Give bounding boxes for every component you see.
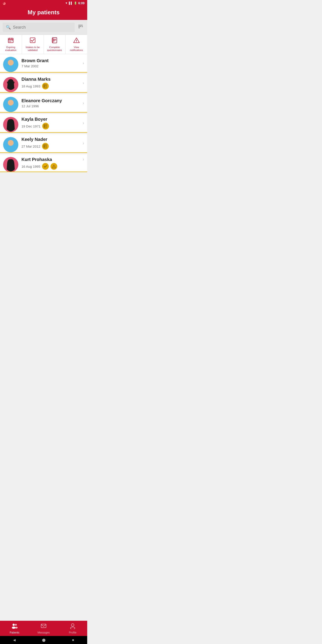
avatar (3, 157, 18, 172)
chevron-right-icon: › (83, 101, 84, 108)
intakes-button[interactable]: Intakes to bevalidated (22, 35, 44, 54)
patient-date-row: 12 Jul 1996 (22, 104, 83, 108)
svg-rect-15 (53, 39, 56, 39)
signal-icon: ▌▌ (69, 2, 73, 5)
patient-date-row: 19 Dec 1971 (22, 123, 83, 130)
svg-rect-0 (78, 25, 83, 26)
patient-name: Dianna Marks (22, 77, 83, 82)
svg-point-35 (6, 107, 16, 112)
svg-rect-9 (10, 40, 11, 41)
svg-rect-1 (78, 26, 82, 27)
status-bar: ◕ ▼ ▌▌ 🔋 6:09 (0, 0, 87, 6)
svg-rect-46 (44, 145, 46, 146)
svg-rect-31 (44, 86, 46, 86)
filter-row: Expiringevaluation Intakes to bevalidate… (0, 35, 87, 54)
avatar (3, 117, 18, 132)
svg-rect-48 (44, 147, 46, 147)
check-badge (42, 163, 49, 170)
expiring-evaluation-button[interactable]: Expiringevaluation (0, 35, 22, 54)
avatar (3, 77, 18, 92)
patient-dob: 19 Dec 1971 (22, 124, 40, 128)
svg-rect-12 (10, 41, 11, 42)
notifications-label: Viewnotifications (70, 46, 83, 52)
chevron-right-icon: › (83, 157, 84, 164)
questionnaire-label: Completequestionnaire (47, 46, 62, 52)
patient-name: Brown Grant (22, 58, 83, 63)
svg-point-22 (76, 42, 76, 42)
patient-dob: 27 Mar 2012 (22, 144, 40, 148)
patient-item[interactable]: Dianna Marks 18 Aug 1993 › (0, 74, 87, 93)
avatar (3, 97, 18, 112)
svg-point-26 (6, 67, 16, 72)
patient-dob: 18 Aug 1993 (22, 84, 40, 88)
questionnaire-button[interactable]: Completequestionnaire (44, 35, 66, 54)
chevron-right-icon: › (83, 61, 84, 68)
svg-rect-10 (12, 40, 12, 41)
patient-dob: 12 Jul 1996 (22, 104, 39, 108)
app-icon: ◕ (3, 1, 6, 5)
patient-name: Eleanore Gorczany (22, 98, 83, 103)
svg-rect-30 (44, 85, 46, 86)
svg-rect-21 (76, 40, 77, 41)
header: My patients (0, 6, 87, 20)
status-icons: ▼ ▌▌ 🔋 6:09 (65, 1, 84, 5)
svg-rect-2 (78, 28, 80, 28)
patient-dob: 7 Mar 2002 (22, 64, 38, 68)
patient-info: Kayla Boyer 19 Dec 1971 (22, 117, 83, 132)
calendar-icon (8, 37, 14, 45)
patient-name: Kayla Boyer (22, 117, 83, 122)
patient-list: Brown Grant 7 Mar 2002 › Dianna Marks 18… (0, 54, 87, 196)
patient-date-row: 18 Aug 1993 (22, 83, 83, 90)
patient-info: Brown Grant 7 Mar 2002 (22, 58, 83, 71)
status-time: 6:09 (78, 1, 84, 5)
checkmark-icon (30, 37, 36, 45)
sort-icon[interactable] (76, 22, 84, 32)
patient-name: Kurt Prohaska (22, 157, 83, 162)
intakes-label: Intakes to bevalidated (26, 46, 40, 52)
alert-badge (50, 163, 57, 170)
patient-info: Keely Nader 27 Mar 2012 (22, 137, 83, 152)
patient-date-row: 16 Aug 1995 (22, 163, 83, 170)
patient-name: Keely Nader (22, 137, 83, 142)
svg-rect-39 (44, 125, 46, 126)
chevron-right-icon: › (83, 81, 84, 88)
svg-point-25 (8, 60, 14, 66)
expiring-label: Expiringevaluation (5, 46, 16, 52)
svg-rect-16 (53, 40, 56, 40)
svg-point-34 (8, 100, 14, 106)
search-container: 🔍 (0, 20, 87, 35)
chevron-right-icon: › (83, 141, 84, 148)
patient-item[interactable]: Kurt Prohaska 16 Aug 1995 › (0, 154, 87, 172)
warning-icon (73, 37, 80, 45)
wifi-icon: ▼ (65, 2, 68, 5)
questionnaire-badge (42, 83, 49, 90)
svg-rect-11 (9, 41, 10, 42)
patient-info: Eleanore Gorczany 12 Jul 1996 (22, 98, 83, 111)
search-input[interactable] (13, 25, 72, 30)
questionnaire-icon (52, 37, 58, 45)
page-title: My patients (4, 9, 84, 16)
search-input-wrapper[interactable]: 🔍 (3, 22, 75, 32)
chevron-right-icon: › (83, 121, 84, 128)
search-icon: 🔍 (6, 25, 11, 30)
svg-rect-41 (44, 126, 46, 127)
questionnaire-badge (42, 123, 49, 130)
patient-date-row: 7 Mar 2002 (22, 64, 83, 68)
avatar (3, 57, 18, 72)
svg-rect-6 (10, 38, 10, 39)
svg-point-43 (8, 140, 14, 146)
svg-rect-47 (44, 146, 46, 146)
svg-point-44 (6, 147, 16, 152)
patient-item[interactable]: Eleanore Gorczany 12 Jul 1996 › (0, 94, 87, 113)
patient-date-row: 27 Mar 2012 (22, 143, 83, 150)
svg-rect-5 (8, 39, 13, 40)
battery-icon: 🔋 (74, 2, 77, 5)
patient-item[interactable]: Keely Nader 27 Mar 2012 › (0, 134, 87, 153)
svg-rect-7 (12, 38, 12, 39)
avatar (3, 137, 18, 152)
svg-rect-8 (9, 40, 10, 41)
patient-item[interactable]: Brown Grant 7 Mar 2002 › (0, 54, 87, 73)
svg-rect-32 (44, 86, 46, 87)
patient-item[interactable]: Kayla Boyer 19 Dec 1971 › (0, 114, 87, 133)
notifications-button[interactable]: Viewnotifications (66, 35, 87, 54)
